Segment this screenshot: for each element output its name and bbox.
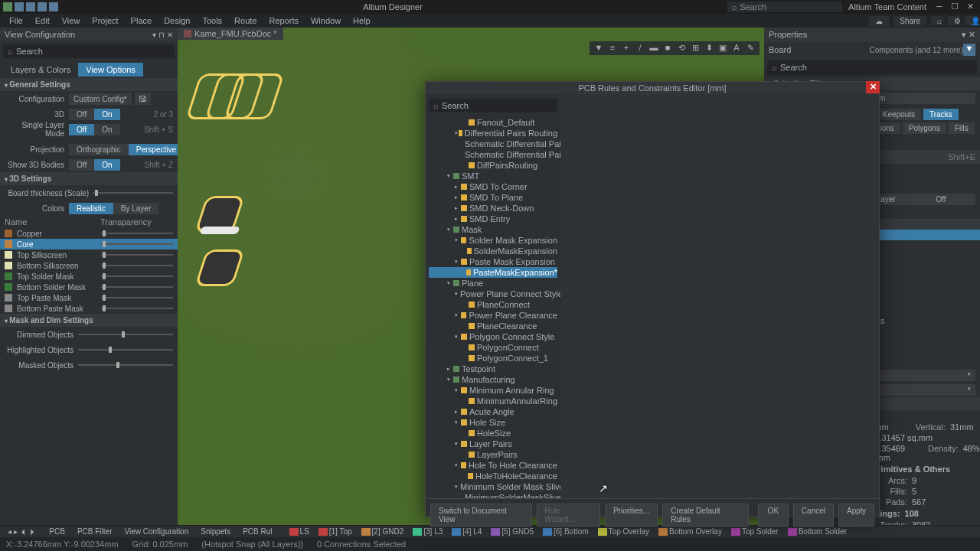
threed-off-button[interactable]: Off	[69, 109, 94, 120]
single-layer-on-button[interactable]: On	[94, 124, 119, 135]
tab-view-config[interactable]: View Configuration	[119, 527, 193, 536]
board-thickness-slider[interactable]	[93, 192, 173, 194]
transparency-slider[interactable]	[101, 254, 173, 256]
save-config-button[interactable]: 🖫	[135, 93, 151, 105]
switch-view-button[interactable]: Switch to Document View	[430, 504, 532, 527]
layer-row[interactable]: Bottom Silkscreen	[0, 260, 178, 271]
text-icon[interactable]: A	[732, 43, 741, 54]
section-mask-dim[interactable]: Mask and Dim Settings	[0, 314, 178, 327]
rule-tree-item[interactable]: ▸SMD To Plane	[429, 192, 557, 203]
rule-tree-item[interactable]: ▾Paste Mask Expansion	[429, 256, 557, 267]
home-icon[interactable]: ⌂	[931, 16, 943, 25]
layer-tab[interactable]: [1] Top	[314, 527, 357, 536]
apply-button[interactable]: Apply	[838, 504, 874, 527]
rule-tree-item[interactable]: Schematic Differential Pairs	[429, 139, 557, 149]
user-icon[interactable]: 👤	[965, 16, 977, 25]
minimize-button[interactable]: ─	[933, 2, 946, 12]
rule-tree-item[interactable]: ▸Testpoint	[429, 364, 557, 374]
pencil-icon[interactable]: ✎	[746, 43, 755, 54]
menu-place[interactable]: Place	[125, 16, 158, 25]
rule-tree-item[interactable]: ▸Acute Angle	[429, 406, 557, 417]
filter-button[interactable]: ▼	[963, 44, 975, 56]
configuration-dropdown[interactable]: Custom Config	[69, 93, 132, 105]
bylayer-button[interactable]: By Layer	[113, 203, 158, 214]
rule-tree-item[interactable]: ▾Solder Mask Expansion	[429, 235, 557, 246]
square-icon[interactable]: ■	[663, 43, 672, 54]
filter-chip-polygons[interactable]: Polygons	[903, 122, 946, 134]
rule-tree-item[interactable]: ▸SMD Neck-Down	[429, 203, 557, 214]
rule-tree-item[interactable]: Fanout_Default	[429, 117, 557, 128]
snap-off-button[interactable]: Off	[906, 194, 975, 205]
panel-controls[interactable]: ▾ ✕	[962, 30, 975, 40]
rule-tree-item[interactable]: MinimumSolderMaskSliver	[429, 492, 557, 498]
show3d-on-button[interactable]: On	[94, 159, 119, 171]
panel-controls[interactable]: ▾ ⊓ ✕	[152, 31, 173, 39]
rule-tree-item[interactable]: LayerPairs	[429, 449, 557, 460]
layer-row[interactable]: Copper	[0, 228, 178, 239]
rule-tree-item[interactable]: DiffPairsRouting	[429, 160, 557, 171]
filter-chip-fills[interactable]: Fills	[949, 122, 975, 134]
rules-search-input[interactable]: Search	[429, 99, 557, 112]
rule-tree-item[interactable]: PlaneClearance	[429, 321, 557, 331]
layer-row[interactable]: Core	[0, 239, 178, 249]
rule-tree-item[interactable]: ▾Plane	[429, 278, 557, 289]
rule-tree-item[interactable]: ▾Minimum Solder Mask Sliver	[429, 481, 557, 492]
rule-tree-item[interactable]: MinimumAnnularRing	[429, 396, 557, 406]
realistic-button[interactable]: Realistic	[69, 203, 113, 214]
menu-design[interactable]: Design	[158, 16, 196, 25]
layer-row[interactable]: Bottom Solder Mask	[0, 282, 178, 292]
rule-tree-item[interactable]: ▾Minimum Annular Ring	[429, 385, 557, 396]
section-3d-settings[interactable]: 3D Settings	[0, 172, 178, 185]
ok-button[interactable]: OK	[758, 504, 789, 527]
layer-tab[interactable]: LS	[285, 527, 314, 536]
filter-chip-keepouts[interactable]: Keepouts	[877, 109, 921, 120]
menu-tools[interactable]: Tools	[196, 16, 228, 25]
tool-icon[interactable]: ≡	[608, 43, 617, 54]
transparency-slider[interactable]	[101, 233, 173, 234]
filter-icon[interactable]: ▼	[594, 43, 603, 54]
create-defaults-button[interactable]: Create Default Rules	[662, 504, 749, 527]
rule-tree-item[interactable]: ▾Manufacturing	[429, 374, 557, 385]
rule-tree-item[interactable]: SolderMaskExpansion	[429, 246, 557, 256]
rule-tree-item[interactable]: ▾Hole To Hole Clearance	[429, 460, 557, 471]
transparency-slider[interactable]	[101, 243, 173, 245]
team-content-link[interactable]: Altium Team Content	[848, 2, 926, 11]
layer-tab[interactable]: [2] GND2	[357, 527, 409, 536]
dialog-close-button[interactable]: ✕	[866, 81, 880, 93]
ortho-button[interactable]: Orthographic	[69, 144, 129, 155]
tab-layers-colors[interactable]: Layers & Colors	[3, 63, 78, 77]
highlighted-slider[interactable]	[78, 349, 173, 350]
cancel-button[interactable]: Cancel	[793, 504, 834, 527]
transparency-slider[interactable]	[101, 297, 173, 298]
search-input[interactable]: Search	[3, 44, 175, 58]
rule-tree-item[interactable]: PlaneConnect	[429, 299, 557, 310]
line-icon[interactable]: /	[635, 43, 645, 54]
rule-tree-item[interactable]: ▾Power Plane Clearance	[429, 310, 557, 321]
nav-arrows[interactable]: ◂ ▸ ⏴ ⏵	[3, 527, 41, 536]
close-button[interactable]: ✕	[963, 2, 977, 12]
rule-tree-item[interactable]: ▸SMD To Corner	[429, 181, 557, 192]
tab-snippets[interactable]: Snippets	[196, 527, 235, 536]
rule-tree-item[interactable]: HoleSize	[429, 428, 557, 439]
menu-file[interactable]: File	[3, 16, 29, 25]
transparency-slider[interactable]	[101, 286, 173, 288]
rule-tree-item[interactable]: HoleToHoleClearance	[429, 471, 557, 481]
priorities-button[interactable]: Priorities...	[605, 504, 658, 527]
show3d-off-button[interactable]: Off	[69, 159, 94, 171]
transparency-slider[interactable]	[101, 276, 173, 277]
masked-slider[interactable]	[78, 364, 173, 366]
share-button[interactable]: Share	[893, 16, 926, 26]
rule-tree-item[interactable]: PasteMaskExpansion*	[429, 267, 557, 278]
properties-search-input[interactable]: Search	[767, 60, 977, 74]
gear-icon[interactable]: ⚙	[948, 16, 960, 25]
menu-route[interactable]: Route	[228, 16, 263, 25]
layer-row[interactable]: Top Silkscreen	[0, 249, 178, 260]
dimmed-slider[interactable]	[78, 334, 173, 335]
threed-on-button[interactable]: On	[94, 109, 119, 120]
single-layer-off-button[interactable]: Off	[69, 124, 94, 135]
filter-chip-tracks[interactable]: Tracks	[923, 109, 959, 120]
toolbar-icon[interactable]	[26, 2, 35, 11]
rule-tree-item[interactable]: PolygonConnect	[429, 342, 557, 353]
measure-icon[interactable]: ⊞	[691, 43, 700, 54]
rule-tree-item[interactable]: ▾Power Plane Connect Style	[429, 289, 557, 299]
